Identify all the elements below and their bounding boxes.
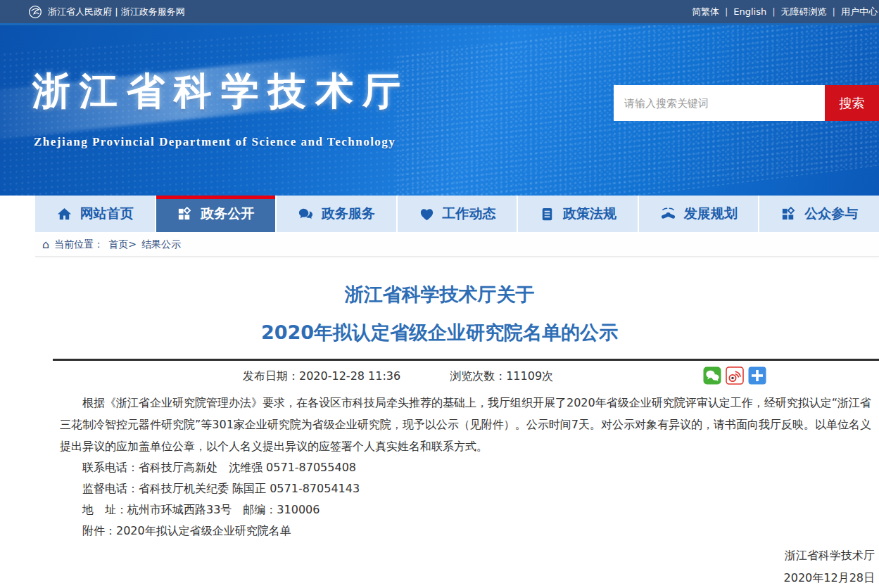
article: 浙江省科学技术厅关于 2020年拟认定省级企业研究院名单的公示 发布日期：202…: [0, 257, 879, 588]
article-title: 浙江省科学技术厅关于 2020年拟认定省级企业研究院名单的公示: [0, 276, 879, 352]
site-title-english: Zhejiang Provincial Department of Scienc…: [34, 135, 396, 149]
search-input[interactable]: [614, 85, 825, 121]
chat-bubbles-icon: [298, 206, 314, 222]
handshake-icon: [660, 206, 676, 222]
home-icon: ⌂: [42, 239, 49, 250]
home-icon: [56, 206, 72, 222]
site-search: 搜索: [614, 85, 879, 121]
article-title-line2: 2020年拟认定省级企业研究院名单的公示: [0, 314, 879, 352]
breadcrumb: ⌂ 当前位置： 首页> 结果公示: [35, 234, 879, 257]
view-count: 浏览次数：11109次: [450, 369, 553, 384]
nav-label: 政务服务: [322, 205, 375, 223]
article-signature: 浙江省科学技术厅 2020年12月28日: [0, 544, 875, 588]
toplink-simplified-traditional[interactable]: 简繁体: [692, 6, 719, 18]
article-paragraph: 根据《浙江省企业研究院管理办法》要求，在各设区市科技局牵头推荐的基础上，我厅组织…: [60, 392, 875, 457]
nav-label: 发展规划: [684, 205, 738, 223]
gov-portal-group[interactable]: 浙江省人民政府 | 浙江政务服务网: [28, 5, 185, 19]
contact-phone: 联系电话：省科技厅高新处 沈维强 0571-87055408: [60, 457, 875, 478]
grid-diamond-icon: [780, 206, 797, 222]
breadcrumb-home-link[interactable]: 首页>: [108, 238, 137, 251]
site-title: 浙江省科学技术厅: [32, 66, 410, 117]
wechat-share-icon[interactable]: [703, 366, 721, 385]
article-body: 根据《浙江省企业研究院管理办法》要求，在各设区市科技局牵头推荐的基础上，我厅组织…: [60, 392, 875, 542]
nav-label: 公众参与: [804, 205, 858, 223]
search-button[interactable]: 搜索: [825, 85, 879, 121]
breadcrumb-current[interactable]: 结果公示: [141, 238, 181, 251]
nav-item-policies[interactable]: 政策法规: [518, 196, 639, 232]
article-title-line1: 浙江省科学技术厅关于: [0, 276, 879, 314]
toplink-user-center[interactable]: 用户中心: [827, 6, 878, 18]
main-navigation: 网站首页 政务公开 政务服务 工作动态 政策法规: [0, 196, 879, 232]
zhejiang-gov-logo-icon: [28, 5, 42, 19]
site-banner: 浙江省科学技术厅 Zhejiang Provincial Department …: [0, 25, 879, 196]
nav-item-development-plan[interactable]: 发展规划: [639, 196, 760, 232]
utility-links: 简繁体 English 无障碍浏览 用户中心: [692, 6, 878, 18]
nav-item-public-participation[interactable]: 公众参与: [759, 196, 879, 232]
signature-department: 浙江省科学技术厅: [0, 544, 875, 567]
nav-item-gov-disclosure[interactable]: 政务公开: [156, 196, 277, 232]
document-icon: [539, 206, 555, 222]
grid-diamond-icon: [177, 206, 193, 222]
heart-icon: [419, 206, 435, 222]
toplink-accessibility[interactable]: 无障碍浏览: [766, 6, 826, 18]
supervision-phone: 监督电话：省科技厅机关纪委 陈国正 0571-87054143: [60, 478, 875, 499]
gov-portal-links[interactable]: 浙江省人民政府 | 浙江政务服务网: [48, 6, 185, 18]
more-share-icon[interactable]: [748, 366, 766, 385]
share-buttons: [703, 366, 766, 385]
nav-item-home[interactable]: 网站首页: [35, 196, 156, 232]
toplink-english[interactable]: English: [719, 6, 766, 17]
signature-date: 2020年12月28日: [0, 567, 875, 588]
nav-item-gov-services[interactable]: 政务服务: [277, 196, 398, 232]
nav-left-spacer: [0, 196, 35, 232]
nav-label: 政务公开: [201, 205, 254, 223]
top-utility-bar: 浙江省人民政府 | 浙江政务服务网 简繁体 English 无障碍浏览 用户中心: [0, 0, 879, 23]
nav-label: 网站首页: [80, 205, 134, 223]
address-line: 地 址：杭州市环城西路33号 邮编：310006: [60, 499, 875, 520]
article-meta: 发布日期：2020-12-28 11:36 浏览次数：11109次: [0, 361, 879, 390]
nav-label: 工作动态: [443, 205, 496, 223]
attachment-line: 附件：2020年拟认定省级企业研究院名单: [60, 520, 875, 542]
publish-date: 发布日期：2020-12-28 11:36: [243, 369, 400, 384]
nav-item-work-news[interactable]: 工作动态: [398, 196, 519, 232]
weibo-share-icon[interactable]: [726, 366, 744, 385]
breadcrumb-prefix: 当前位置：: [54, 238, 103, 251]
nav-label: 政策法规: [563, 205, 616, 223]
